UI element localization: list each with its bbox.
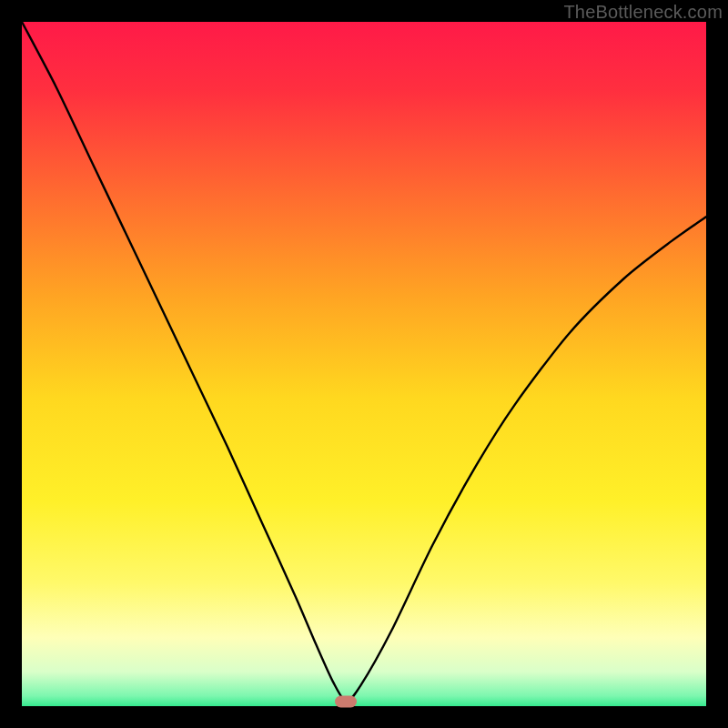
- bottleneck-curve: [22, 22, 706, 702]
- watermark-text: TheBottleneck.com: [563, 2, 723, 23]
- plot-area: [22, 22, 706, 706]
- chart-stage: TheBottleneck.com: [0, 0, 728, 728]
- curve-layer: [22, 22, 706, 706]
- minimum-marker: [335, 695, 357, 707]
